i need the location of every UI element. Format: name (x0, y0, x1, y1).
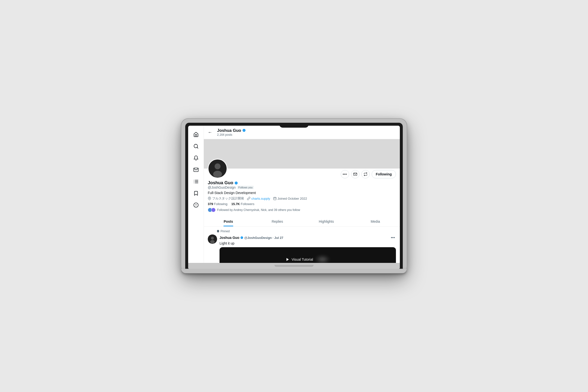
tab-media[interactable]: Media (351, 216, 400, 226)
more-icon[interactable] (191, 200, 201, 210)
svg-point-12 (214, 164, 220, 169)
header-verified-badge (242, 128, 246, 133)
meta-row: フルスタック設計開発 charts.supply (208, 196, 396, 201)
display-name: Joshua Guo (208, 180, 396, 186)
followed-by-row: Followed by Andrey Chernyshuk, Nick, and… (208, 208, 396, 212)
avatar-action-row: ••• (204, 159, 400, 178)
calendar-icon (273, 197, 276, 200)
pinned-label: Pinned (216, 230, 396, 233)
profile-header: ← Joshua Guo 2,164 posts (204, 126, 400, 139)
macbook-shell: ← Joshua Guo 2,164 posts (181, 119, 407, 273)
followers-stat[interactable]: 15.7K Followers (231, 202, 254, 206)
profile-tabs: Posts Replies Highlights Media (204, 216, 400, 226)
tab-highlights[interactable]: Highlights (302, 216, 351, 226)
followers-label: Followers (241, 202, 254, 206)
profile-avatar (208, 159, 227, 178)
messages-icon[interactable] (191, 165, 201, 175)
macbook-base (181, 269, 407, 273)
svg-point-20 (211, 237, 214, 240)
svg-marker-22 (286, 258, 288, 261)
pinned-post: Pinned J (204, 226, 400, 263)
svg-rect-15 (274, 197, 276, 200)
joined-item: Joined October 2022 (273, 197, 307, 200)
username-row: @JoshGuoDesign Follows you (208, 186, 396, 190)
post-text: Light it up (220, 241, 396, 245)
svg-line-1 (197, 147, 198, 148)
website-item: charts.supply (247, 197, 270, 200)
post-username: @JoshGuoDesign (244, 236, 272, 240)
retweet-button[interactable] (362, 170, 370, 178)
following-stat[interactable]: 379 Following (208, 202, 227, 206)
screen-bezel: ← Joshua Guo 2,164 posts (185, 123, 403, 269)
post-name-row: Joshua Guo @JoshGuoDesign · Jul 27 ••• (220, 234, 396, 241)
tab-replies[interactable]: Replies (253, 216, 302, 226)
tab-posts[interactable]: Posts (204, 216, 253, 226)
follows-you-badge: Follows you (237, 186, 254, 189)
sidebar (188, 126, 204, 263)
post-body: Joshua Guo @JoshGuoDesign · Jul 27 ••• L… (220, 234, 396, 263)
following-label: Following (214, 202, 227, 206)
notifications-icon[interactable] (191, 153, 201, 163)
followed-by-text: Followed by Andrey Chernyshuk, Nick, and… (217, 208, 300, 212)
post-media[interactable]: Visual Tutorial (220, 247, 396, 263)
svg-point-14 (209, 198, 210, 199)
post-author-avatar[interactable] (208, 234, 217, 244)
link-icon (247, 197, 250, 200)
post-row: Joshua Guo @JoshGuoDesign · Jul 27 ••• L… (208, 234, 396, 263)
username: @JoshGuoDesign (208, 186, 236, 190)
stats-row: 379 Following 15.7K Followers (208, 202, 396, 206)
location-icon (208, 197, 211, 200)
hinge (274, 265, 314, 267)
bio: Full-Stack Design Development (208, 191, 396, 195)
bookmarks-icon[interactable] (191, 188, 201, 198)
joined-text: Joined October 2022 (278, 197, 307, 200)
verified-icon (234, 181, 238, 185)
pin-icon (216, 230, 220, 233)
header-post-count: 2,164 posts (217, 133, 246, 136)
more-options-button[interactable]: ••• (341, 170, 349, 178)
post-verified-icon (240, 236, 244, 239)
post-author-name: Joshua Guo @JoshGuoDesign · Jul 27 (220, 236, 283, 240)
back-button[interactable]: ← (208, 130, 212, 135)
video-icon (286, 258, 290, 262)
post-date: · Jul 27 (272, 236, 283, 240)
notch (279, 123, 309, 128)
main-content: ← Joshua Guo 2,164 posts (204, 126, 400, 263)
lists-icon[interactable] (191, 177, 201, 186)
profile-info: Joshua Guo @JoshGuoDesign Follows you Fu… (204, 180, 400, 215)
message-button[interactable] (351, 170, 360, 178)
action-buttons: ••• (341, 170, 396, 178)
search-icon[interactable] (191, 141, 201, 151)
post-more-button[interactable]: ••• (390, 234, 396, 241)
video-glow (315, 256, 330, 263)
location-text: フルスタック設計開発 (212, 196, 244, 201)
home-icon[interactable] (191, 130, 201, 140)
followers-count: 15.7K (231, 202, 240, 206)
following-count: 379 (208, 202, 213, 206)
website-link[interactable]: charts.supply (251, 197, 270, 200)
header-display-name: Joshua Guo (217, 128, 241, 133)
location-item: フルスタック設計開発 (208, 196, 244, 201)
screen-bottom-bar (188, 263, 400, 269)
header-name: Joshua Guo (217, 128, 246, 133)
following-button[interactable]: Following (372, 170, 396, 178)
media-label: Visual Tutorial (292, 258, 313, 262)
follower-avatars (208, 208, 216, 212)
follower-avatar-2 (211, 208, 216, 212)
screen: ← Joshua Guo 2,164 posts (188, 126, 400, 263)
